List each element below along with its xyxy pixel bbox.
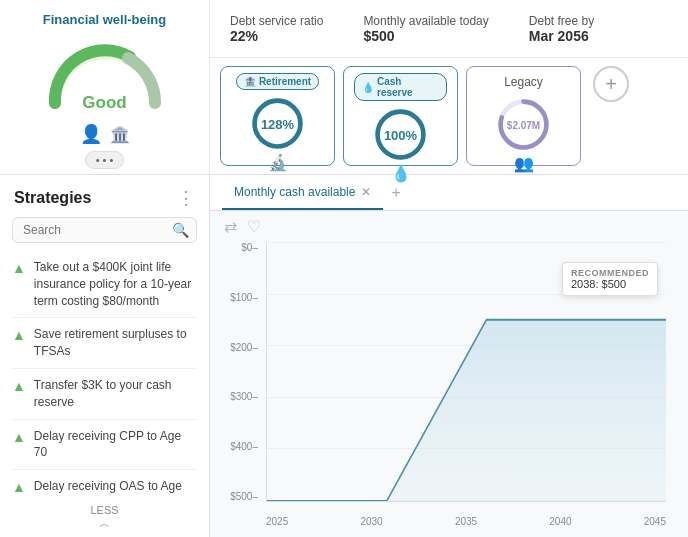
cash-reserve-card-icon: 💧 — [391, 164, 411, 183]
y-label: $100– — [224, 292, 262, 303]
less-button[interactable]: LESS ︿ — [0, 498, 209, 537]
monthly-avail-stat: Monthly available today $500 — [363, 14, 488, 44]
add-goal-button[interactable]: + — [593, 66, 629, 102]
debt-service-stat: Debt service ratio 22% — [230, 14, 323, 44]
y-label: $0– — [224, 242, 262, 253]
strategies-panel: Strategies ⋮ 🔍 ▲ Take out a $400K joint … — [0, 175, 210, 537]
svg-marker-6 — [267, 320, 666, 501]
legacy-card-icon: 👥 — [514, 154, 534, 173]
tooltip-title: RECOMMENDED — [571, 268, 649, 278]
tab-close-button[interactable]: ✕ — [361, 185, 371, 199]
search-input[interactable] — [12, 217, 197, 243]
cash-reserve-card[interactable]: 💧 Cash reserve 100% 💧 — [343, 66, 458, 166]
retirement-card-icon: 🔬 — [268, 153, 288, 172]
up-arrow-icon: ▲ — [12, 479, 26, 495]
cash-reserve-badge: 💧 Cash reserve — [354, 73, 447, 101]
up-arrow-icon: ▲ — [12, 378, 26, 394]
heart-icon[interactable]: ♡ — [247, 217, 261, 236]
search-box: 🔍 — [12, 217, 197, 243]
tab-add-button[interactable]: + — [391, 184, 400, 202]
legacy-badge: Legacy — [497, 73, 550, 91]
y-axis: $500– $400– $300– $200– $100– $0– — [224, 242, 262, 502]
strategy-text: Delay receiving CPP to Age 70 — [34, 428, 197, 462]
monthly-avail-value: $500 — [363, 28, 488, 44]
debt-free-stat: Debt free by Mar 2056 — [529, 14, 594, 44]
y-label: $300– — [224, 391, 262, 402]
more-button[interactable]: • • • — [85, 151, 125, 169]
legacy-value: $2.07M — [507, 119, 540, 130]
strategies-title: Strategies — [14, 189, 91, 207]
chart-wrapper: $500– $400– $300– $200– $100– $0– — [224, 242, 674, 527]
strategy-text: Take out a $400K joint life insurance po… — [34, 259, 197, 309]
monthly-avail-label: Monthly available today — [363, 14, 488, 28]
strategy-list: ▲ Take out a $400K joint life insurance … — [0, 251, 209, 498]
retirement-badge: 🏦 Retirement — [236, 73, 319, 90]
list-item[interactable]: ▲ Save retirement surpluses to TFSAs — [12, 318, 197, 369]
person-icon: 👤 — [80, 123, 102, 145]
chart-inner: RECOMMENDED 2038: $500 — [266, 242, 666, 502]
chart-tooltip: RECOMMENDED 2038: $500 — [562, 262, 658, 296]
legacy-card[interactable]: Legacy $2.07M 👥 — [466, 66, 581, 166]
plus-icon: + — [605, 73, 617, 96]
x-label: 2045 — [644, 516, 666, 527]
menu-dots-button[interactable]: ⋮ — [177, 187, 195, 209]
list-item[interactable]: ▲ Delay receiving OAS to Age 70 — [12, 470, 197, 498]
wellbeing-title: Financial well-being — [16, 12, 193, 27]
up-arrow-icon: ▲ — [12, 327, 26, 343]
cash-reserve-icon: 💧 — [362, 82, 374, 93]
list-item[interactable]: ▲ Transfer $3K to your cash reserve — [12, 369, 197, 420]
retirement-card[interactable]: 🏦 Retirement 128% 🔬 — [220, 66, 335, 166]
retirement-value: 128% — [261, 116, 294, 131]
debt-service-value: 22% — [230, 28, 323, 44]
up-arrow-icon: ▲ — [12, 429, 26, 445]
list-item[interactable]: ▲ Delay receiving CPP to Age 70 — [12, 420, 197, 471]
y-label: $200– — [224, 342, 262, 353]
wellbeing-label: Good — [40, 93, 170, 113]
x-label: 2025 — [266, 516, 288, 527]
list-item[interactable]: ▲ Take out a $400K joint life insurance … — [12, 251, 197, 318]
strategy-text: Delay receiving OAS to Age 70 — [34, 478, 197, 498]
gauge-chart: Good — [40, 33, 170, 113]
chevron-up-icon: ︿ — [99, 517, 110, 529]
chart-panel: Monthly cash available ✕ + ⇄ ♡ $500– $40… — [210, 175, 688, 537]
search-icon: 🔍 — [172, 222, 189, 238]
x-label: 2040 — [549, 516, 571, 527]
retirement-icon: 🏦 — [244, 76, 256, 87]
stats-bar: Debt service ratio 22% Monthly available… — [210, 0, 688, 58]
retirement-donut: 128% — [250, 96, 305, 151]
wellbeing-icons: 👤 🏛️ — [16, 123, 193, 145]
chart-area: $500– $400– $300– $200– $100– $0– — [210, 242, 688, 537]
x-label: 2035 — [455, 516, 477, 527]
tab-monthly-cash[interactable]: Monthly cash available ✕ — [222, 175, 383, 210]
debt-service-label: Debt service ratio — [230, 14, 323, 28]
chart-tabs: Monthly cash available ✕ + — [210, 175, 688, 211]
goal-cards: 🏦 Retirement 128% 🔬 💧 Cash reserve — [210, 58, 688, 174]
tab-label: Monthly cash available — [234, 185, 355, 199]
up-arrow-icon: ▲ — [12, 260, 26, 276]
right-panel: Debt service ratio 22% Monthly available… — [210, 0, 688, 174]
debt-free-value: Mar 2056 — [529, 28, 594, 44]
debt-free-label: Debt free by — [529, 14, 594, 28]
cash-reserve-value: 100% — [384, 127, 417, 142]
y-label: $400– — [224, 441, 262, 452]
x-axis: 2025 2030 2035 2040 2045 — [266, 516, 666, 527]
compare-icon[interactable]: ⇄ — [224, 217, 237, 236]
tooltip-value: 2038: $500 — [571, 278, 649, 290]
less-label: LESS — [90, 504, 118, 516]
strategies-header: Strategies ⋮ — [0, 175, 209, 217]
strategy-text: Save retirement surpluses to TFSAs — [34, 326, 197, 360]
top-section: Financial well-being Good 👤 🏛️ • • • Deb… — [0, 0, 688, 175]
bottom-section: Strategies ⋮ 🔍 ▲ Take out a $400K joint … — [0, 175, 688, 537]
strategy-text: Transfer $3K to your cash reserve — [34, 377, 197, 411]
y-label: $500– — [224, 491, 262, 502]
chart-toolbar: ⇄ ♡ — [210, 211, 688, 242]
legacy-donut: $2.07M — [496, 97, 551, 152]
wellbeing-panel: Financial well-being Good 👤 🏛️ • • • — [0, 0, 210, 174]
building-icon: 🏛️ — [110, 125, 130, 144]
cash-reserve-donut: 100% — [373, 107, 428, 162]
x-label: 2030 — [360, 516, 382, 527]
